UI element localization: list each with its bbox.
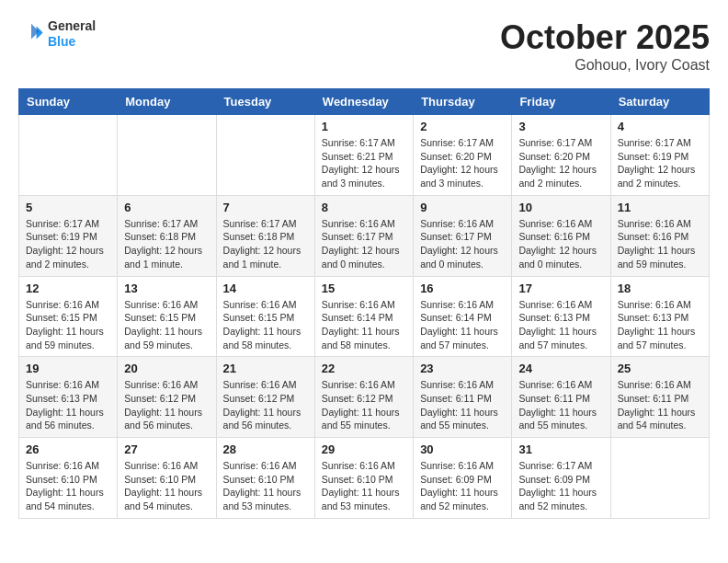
- day-info: Sunrise: 6:16 AMSunset: 6:16 PMDaylight:…: [518, 217, 603, 271]
- day-number: 18: [618, 282, 702, 295]
- calendar-cell: 2Sunrise: 6:17 AMSunset: 6:20 PMDaylight…: [414, 115, 512, 196]
- calendar-cell: [118, 115, 216, 196]
- title-block: October 2025 Gohouo, Ivory Coast: [500, 18, 710, 74]
- day-number: 11: [618, 201, 702, 214]
- calendar-cell: [610, 438, 709, 519]
- weekday-header-thursday: Thursday: [414, 89, 512, 115]
- calendar-cell: 24Sunrise: 6:16 AMSunset: 6:11 PMDayligh…: [512, 357, 610, 438]
- logo-icon: [18, 21, 44, 47]
- day-info: Sunrise: 6:16 AMSunset: 6:15 PMDaylight:…: [26, 298, 110, 352]
- weekday-header-saturday: Saturday: [610, 89, 709, 115]
- day-info: Sunrise: 6:16 AMSunset: 6:14 PMDaylight:…: [322, 298, 406, 352]
- day-number: 31: [518, 442, 603, 456]
- day-info: Sunrise: 6:16 AMSunset: 6:12 PMDaylight:…: [322, 378, 406, 432]
- day-number: 19: [26, 362, 110, 375]
- calendar-cell: 27Sunrise: 6:16 AMSunset: 6:10 PMDayligh…: [118, 438, 216, 519]
- day-number: 3: [518, 120, 603, 133]
- calendar-cell: 28Sunrise: 6:16 AMSunset: 6:10 PMDayligh…: [216, 438, 314, 519]
- calendar-cell: 15Sunrise: 6:16 AMSunset: 6:14 PMDayligh…: [314, 276, 413, 357]
- day-info: Sunrise: 6:16 AMSunset: 6:13 PMDaylight:…: [26, 378, 110, 432]
- calendar-cell: 11Sunrise: 6:16 AMSunset: 6:16 PMDayligh…: [610, 195, 709, 276]
- calendar-cell: 21Sunrise: 6:16 AMSunset: 6:12 PMDayligh…: [216, 357, 314, 438]
- day-info: Sunrise: 6:16 AMSunset: 6:12 PMDaylight:…: [223, 378, 308, 432]
- logo: General Blue: [18, 18, 96, 50]
- logo-text: General Blue: [48, 18, 96, 50]
- day-info: Sunrise: 6:16 AMSunset: 6:12 PMDaylight:…: [124, 378, 209, 432]
- weekday-header-monday: Monday: [118, 89, 216, 115]
- day-number: 27: [124, 442, 209, 456]
- calendar-cell: 29Sunrise: 6:16 AMSunset: 6:10 PMDayligh…: [314, 438, 413, 519]
- calendar-cell: 7Sunrise: 6:17 AMSunset: 6:18 PMDaylight…: [216, 195, 314, 276]
- day-number: 15: [322, 282, 406, 295]
- calendar-cell: 16Sunrise: 6:16 AMSunset: 6:14 PMDayligh…: [414, 276, 512, 357]
- day-number: 25: [618, 362, 702, 375]
- day-number: 2: [420, 120, 505, 133]
- day-number: 30: [420, 442, 505, 456]
- day-info: Sunrise: 6:16 AMSunset: 6:10 PMDaylight:…: [223, 459, 308, 513]
- day-info: Sunrise: 6:16 AMSunset: 6:11 PMDaylight:…: [420, 378, 505, 432]
- day-number: 8: [322, 201, 406, 214]
- day-number: 13: [124, 282, 209, 295]
- day-number: 12: [26, 282, 110, 295]
- day-info: Sunrise: 6:16 AMSunset: 6:11 PMDaylight:…: [518, 378, 603, 432]
- day-number: 4: [618, 120, 702, 133]
- calendar-cell: 18Sunrise: 6:16 AMSunset: 6:13 PMDayligh…: [610, 276, 709, 357]
- calendar-cell: 20Sunrise: 6:16 AMSunset: 6:12 PMDayligh…: [118, 357, 216, 438]
- calendar-cell: 8Sunrise: 6:16 AMSunset: 6:17 PMDaylight…: [314, 195, 413, 276]
- calendar-week-row: 26Sunrise: 6:16 AMSunset: 6:10 PMDayligh…: [19, 438, 710, 519]
- day-info: Sunrise: 6:16 AMSunset: 6:17 PMDaylight:…: [420, 217, 505, 271]
- day-number: 28: [223, 442, 308, 456]
- weekday-header-friday: Friday: [512, 89, 610, 115]
- day-info: Sunrise: 6:17 AMSunset: 6:21 PMDaylight:…: [322, 136, 406, 190]
- weekday-header-wednesday: Wednesday: [314, 89, 413, 115]
- day-number: 26: [26, 442, 110, 456]
- calendar-cell: 31Sunrise: 6:17 AMSunset: 6:09 PMDayligh…: [512, 438, 610, 519]
- day-number: 5: [26, 201, 110, 214]
- day-number: 14: [223, 282, 308, 295]
- day-number: 23: [420, 362, 505, 375]
- calendar-cell: 17Sunrise: 6:16 AMSunset: 6:13 PMDayligh…: [512, 276, 610, 357]
- day-info: Sunrise: 6:16 AMSunset: 6:15 PMDaylight:…: [223, 298, 308, 352]
- day-number: 7: [223, 201, 308, 214]
- calendar-cell: [216, 115, 314, 196]
- calendar-cell: 5Sunrise: 6:17 AMSunset: 6:19 PMDaylight…: [19, 195, 118, 276]
- calendar-cell: 25Sunrise: 6:16 AMSunset: 6:11 PMDayligh…: [610, 357, 709, 438]
- calendar-title: October 2025: [500, 18, 710, 57]
- weekday-header-tuesday: Tuesday: [216, 89, 314, 115]
- day-info: Sunrise: 6:17 AMSunset: 6:18 PMDaylight:…: [223, 217, 308, 271]
- calendar-cell: [19, 115, 118, 196]
- day-info: Sunrise: 6:16 AMSunset: 6:14 PMDaylight:…: [420, 298, 505, 352]
- day-number: 10: [518, 201, 603, 214]
- day-info: Sunrise: 6:17 AMSunset: 6:18 PMDaylight:…: [124, 217, 209, 271]
- calendar-table: SundayMondayTuesdayWednesdayThursdayFrid…: [18, 88, 710, 519]
- weekday-header-sunday: Sunday: [19, 89, 118, 115]
- day-info: Sunrise: 6:16 AMSunset: 6:11 PMDaylight:…: [618, 378, 702, 432]
- calendar-cell: 12Sunrise: 6:16 AMSunset: 6:15 PMDayligh…: [19, 276, 118, 357]
- calendar-cell: 26Sunrise: 6:16 AMSunset: 6:10 PMDayligh…: [19, 438, 118, 519]
- day-info: Sunrise: 6:16 AMSunset: 6:10 PMDaylight:…: [322, 459, 406, 513]
- calendar-cell: 23Sunrise: 6:16 AMSunset: 6:11 PMDayligh…: [414, 357, 512, 438]
- calendar-cell: 13Sunrise: 6:16 AMSunset: 6:15 PMDayligh…: [118, 276, 216, 357]
- day-info: Sunrise: 6:17 AMSunset: 6:19 PMDaylight:…: [26, 217, 110, 271]
- calendar-week-row: 19Sunrise: 6:16 AMSunset: 6:13 PMDayligh…: [19, 357, 710, 438]
- day-info: Sunrise: 6:16 AMSunset: 6:15 PMDaylight:…: [124, 298, 209, 352]
- calendar-cell: 10Sunrise: 6:16 AMSunset: 6:16 PMDayligh…: [512, 195, 610, 276]
- calendar-week-row: 5Sunrise: 6:17 AMSunset: 6:19 PMDaylight…: [19, 195, 710, 276]
- day-info: Sunrise: 6:16 AMSunset: 6:16 PMDaylight:…: [618, 217, 702, 271]
- day-info: Sunrise: 6:17 AMSunset: 6:20 PMDaylight:…: [420, 136, 505, 190]
- day-number: 9: [420, 201, 505, 214]
- calendar-cell: 14Sunrise: 6:16 AMSunset: 6:15 PMDayligh…: [216, 276, 314, 357]
- logo-line1: General: [48, 18, 96, 34]
- calendar-cell: 9Sunrise: 6:16 AMSunset: 6:17 PMDaylight…: [414, 195, 512, 276]
- day-number: 22: [322, 362, 406, 375]
- calendar-week-row: 1Sunrise: 6:17 AMSunset: 6:21 PMDaylight…: [19, 115, 710, 196]
- logo-line2: Blue: [48, 34, 96, 50]
- calendar-cell: 30Sunrise: 6:16 AMSunset: 6:09 PMDayligh…: [414, 438, 512, 519]
- day-number: 16: [420, 282, 505, 295]
- page-header: General Blue October 2025 Gohouo, Ivory …: [18, 18, 710, 74]
- day-number: 21: [223, 362, 308, 375]
- calendar-subtitle: Gohouo, Ivory Coast: [500, 57, 710, 74]
- calendar-cell: 3Sunrise: 6:17 AMSunset: 6:20 PMDaylight…: [512, 115, 610, 196]
- weekday-header-row: SundayMondayTuesdayWednesdayThursdayFrid…: [19, 89, 710, 115]
- day-info: Sunrise: 6:16 AMSunset: 6:17 PMDaylight:…: [322, 217, 406, 271]
